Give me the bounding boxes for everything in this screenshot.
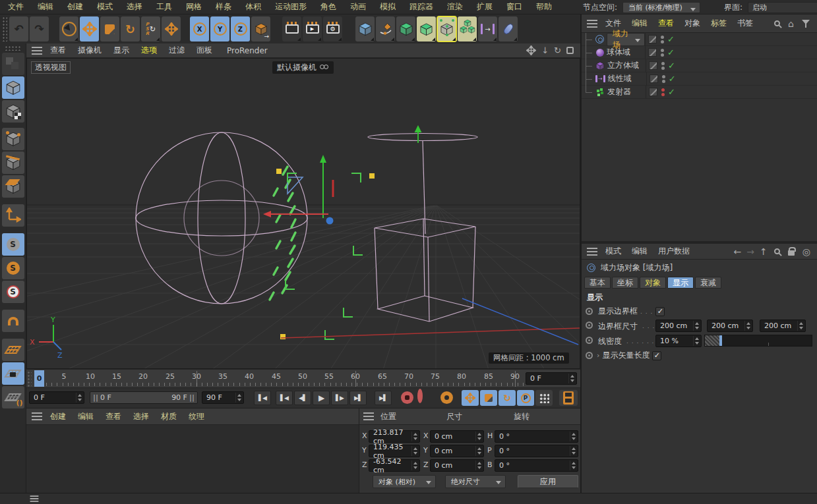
interface-value[interactable]: 启动	[748, 2, 817, 13]
layer-toggle[interactable]	[650, 74, 658, 83]
om-menu-object[interactable]: 对象	[684, 18, 700, 29]
current-frame-marker[interactable]: 0	[34, 370, 44, 387]
line-density-field[interactable]: 10 %	[655, 335, 702, 347]
key-position-toggle[interactable]	[462, 390, 479, 406]
material-list-empty[interactable]	[26, 425, 359, 492]
menu-window[interactable]: 窗口	[506, 1, 522, 13]
object-list-empty[interactable]	[582, 99, 817, 241]
lock-y-axis[interactable]: Y	[210, 16, 229, 42]
volume-builder-button[interactable]	[417, 16, 436, 42]
texture-mode-button[interactable]	[2, 100, 24, 123]
om-menu-edit[interactable]: 编辑	[632, 18, 648, 29]
om-home-icon[interactable]: ⌂	[788, 19, 794, 28]
mat-menu-edit[interactable]: 编辑	[78, 411, 94, 422]
workplane-button[interactable]	[2, 339, 24, 361]
object-name[interactable]: 线性域	[608, 73, 646, 84]
menu-extensions[interactable]: 扩展	[477, 1, 493, 13]
object-name[interactable]: 域力场	[607, 33, 645, 46]
am-back-icon[interactable]: ←	[734, 247, 742, 256]
rot-b-field[interactable]: 0 °	[495, 459, 578, 472]
mat-menu-texture[interactable]: 纹理	[189, 411, 204, 422]
menu-create[interactable]: 创建	[67, 1, 83, 13]
mograph-cloner-button[interactable]	[458, 16, 477, 42]
play-button[interactable]: ▶	[313, 391, 330, 405]
viewport-menu-icon[interactable]	[32, 47, 42, 55]
vp-menu-display[interactable]: 显示	[113, 45, 129, 56]
spline-pen-button[interactable]	[376, 16, 395, 42]
viewport-3d[interactable]: Y X Z 透视视图 默认摄像机 网格间距 : 1000 cm	[26, 58, 580, 369]
keyframe-knob[interactable]	[586, 308, 593, 315]
tab-coordinates[interactable]: 坐标	[612, 277, 638, 289]
am-up-icon[interactable]: ↑	[760, 247, 768, 256]
menu-volume[interactable]: 体积	[245, 1, 261, 13]
axis-move-tool[interactable]	[162, 16, 181, 42]
bounding-box-checkbox[interactable]: ✓	[655, 307, 665, 316]
menu-mograph[interactable]: 运动图形	[275, 1, 307, 13]
am-target-icon[interactable]: ◎	[802, 247, 810, 256]
sidebar-grip[interactable]	[5, 45, 22, 51]
coords-menu-icon[interactable]	[363, 412, 374, 420]
rot-h-field[interactable]: 0 °	[495, 430, 578, 443]
pos-x-field[interactable]: 213.817 cm	[369, 430, 420, 443]
linear-field-button[interactable]: →	[478, 16, 497, 42]
attribute-section-header[interactable]: 显示	[582, 290, 817, 304]
camera-label[interactable]: 默认摄像机	[272, 61, 334, 74]
expand-arrow-icon[interactable]: ›	[597, 351, 599, 360]
viewport-zoom-icon[interactable]: ↓	[541, 46, 549, 55]
rot-p-field[interactable]: 0 °	[495, 445, 578, 457]
keyframe-knob[interactable]	[586, 322, 593, 329]
key-parameter-toggle[interactable]: P	[517, 390, 534, 406]
end-frame-field[interactable]: 90 F	[202, 391, 244, 404]
mat-menu-select[interactable]: 选择	[133, 411, 149, 422]
key-pla-toggle[interactable]	[535, 390, 553, 406]
object-row-emitter[interactable]: 发射器 ✓	[582, 86, 817, 99]
key-scale-toggle[interactable]	[480, 390, 497, 406]
object-name[interactable]: 立方体域	[607, 60, 646, 71]
object-row-box-field[interactable]: 立方体域 ✓	[582, 59, 817, 72]
menu-render[interactable]: 渲染	[447, 1, 463, 13]
box-size-x-field[interactable]: 200 cm	[655, 320, 702, 332]
visibility-dots[interactable]	[661, 49, 664, 57]
mat-menu-create[interactable]: 创建	[50, 411, 66, 422]
node-space-select[interactable]: 当前 (标准/物理)	[622, 2, 700, 13]
viewport-maximize-icon[interactable]	[566, 47, 574, 54]
vp-menu-filter[interactable]: 过滤	[169, 45, 185, 56]
slider-handle[interactable]	[719, 335, 722, 346]
size-z-field[interactable]: 0 cm	[430, 459, 484, 472]
size-mode-select[interactable]: 绝对尺寸	[445, 475, 506, 488]
view-label[interactable]: 透视视图	[31, 61, 71, 74]
enabled-check-icon[interactable]: ✓	[668, 87, 675, 97]
pos-z-field[interactable]: -63.542 cm	[369, 459, 420, 472]
ruler-current-frame-field[interactable]: 0 F	[526, 372, 577, 385]
live-selection-tool[interactable]	[59, 16, 78, 42]
layer-toggle[interactable]	[648, 35, 657, 43]
tab-basic[interactable]: 基本	[584, 277, 611, 289]
coord-mode-select[interactable]: 对象 (相对)	[373, 475, 436, 488]
model-mode-button[interactable]	[2, 76, 24, 99]
keyframe-knob[interactable]	[586, 352, 593, 359]
menu-simulate[interactable]: 模拟	[380, 1, 396, 13]
menu-file[interactable]: 文件	[8, 1, 24, 13]
layer-toggle[interactable]	[649, 61, 657, 70]
workplane-mode-button[interactable]: ()	[2, 386, 24, 408]
box-size-y-field[interactable]: 200 cm	[707, 320, 753, 332]
field-object-button[interactable]	[437, 16, 456, 42]
timeline-window-button[interactable]	[559, 390, 578, 406]
undo-button[interactable]: ↶	[9, 16, 28, 42]
menu-spline[interactable]: 样条	[216, 1, 231, 13]
edge-mode-button[interactable]	[2, 152, 24, 174]
primitive-cube-button[interactable]	[355, 16, 375, 42]
timeline-ruler[interactable]: 0 5 10 15 20 25 30 35 40 45 50 55 60 65 …	[26, 369, 580, 388]
key-rotation-toggle[interactable]: ↻	[499, 390, 516, 406]
scale-tool[interactable]	[100, 16, 119, 42]
menu-character[interactable]: 角色	[320, 1, 336, 13]
enabled-check-icon[interactable]: ✓	[669, 74, 676, 84]
render-picture-viewer-button[interactable]: ▶	[303, 16, 322, 42]
points-mode-button[interactable]	[2, 128, 24, 150]
object-row-force-field[interactable]: 域力场 ✓	[582, 33, 817, 46]
keyframe-knob[interactable]	[586, 337, 593, 344]
vp-menu-camera[interactable]: 摄像机	[78, 45, 102, 56]
status-menu-icon[interactable]	[30, 495, 39, 502]
previous-frame-button[interactable]: ◀▌	[294, 391, 311, 405]
visibility-dots[interactable]	[661, 62, 665, 70]
